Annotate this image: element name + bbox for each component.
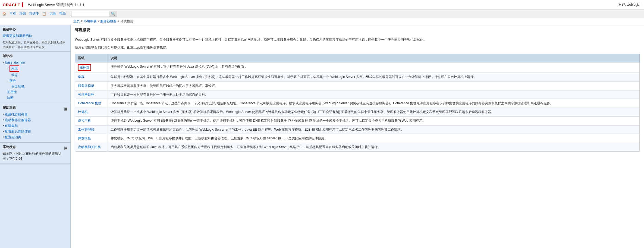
system-status-desc: 截至以下时间正在运行的服务器的健康状况：下午2:54 bbox=[3, 151, 68, 161]
help-item-5: 配置启动类 bbox=[3, 134, 68, 140]
table-row: 虚拟主机虚拟主机是 WebLogic Server 实例 (服务器) 或集群响应… bbox=[75, 117, 640, 125]
help-link-5[interactable]: 配置启动类 bbox=[5, 135, 21, 139]
oracle-wordmark: ORACLE bbox=[3, 3, 20, 7]
col-area: 区域 bbox=[75, 54, 108, 62]
area-link[interactable]: 计算机 bbox=[78, 110, 88, 114]
tree-item-base-domain[interactable]: + base_domain bbox=[3, 60, 68, 65]
table-row: 集群集群是一种部署，在其中同时运行着多个 WebLogic Server 实例 … bbox=[75, 73, 640, 81]
tree-link-dynamic[interactable]: 动态 bbox=[11, 73, 18, 77]
change-center-link[interactable]: 查看更改和重新启动 bbox=[3, 33, 68, 39]
table-cell-desc: Coherence 集群是一组 Coherence 节点，这些节点共享一个允许它… bbox=[108, 99, 640, 108]
area-link[interactable]: 并发模板 bbox=[78, 136, 91, 140]
table-cell-area: 工作管理器 bbox=[75, 125, 108, 134]
oracle-logo: ORACLE bbox=[3, 2, 25, 7]
breadcrumb-servers[interactable]: 服务器概要 bbox=[100, 19, 117, 23]
search-box: 🔍 bbox=[71, 11, 117, 17]
status-collapse-btn[interactable]: ▣ bbox=[64, 146, 68, 150]
tree-env-box[interactable]: 环境 bbox=[10, 65, 19, 72]
change-center-desc: 启用配置编辑。将来在修改、添加或删除此域中的项目时，将自动激活这些更改。 bbox=[3, 40, 68, 49]
tree-link-interop[interactable]: 互用性 bbox=[7, 90, 17, 95]
nav-favorites[interactable]: 首选项 bbox=[29, 11, 39, 16]
area-link[interactable]: 启动类和关闭类 bbox=[78, 145, 101, 149]
tree-item-services[interactable]: + 服务 bbox=[7, 78, 68, 84]
table-row: 服务器模板服务器模板是原型服务器，使管理员可以轻松为同构服务器配置共享设置。 bbox=[75, 81, 640, 90]
table-row: 服务器服务器是 WebLogic Server 的实例，它运行在自身的 Java… bbox=[75, 62, 640, 73]
tree-env-children: 动态 bbox=[7, 72, 68, 78]
help-item-2: 启动和停止服务器 bbox=[3, 117, 68, 123]
tree-item-interop[interactable]: 互用性 bbox=[7, 89, 68, 95]
content-area: 环境概要 WebLogic Server 可以在多个服务器实例上承载应用程序。每… bbox=[71, 25, 644, 248]
table-cell-desc: 工作管理器用于定义一组请求矢量和线程约束条件，以管理由 WebLogic Ser… bbox=[108, 125, 640, 134]
welcome-text: 欢迎, weblogic | bbox=[618, 2, 641, 7]
table-cell-area: 服务器模板 bbox=[75, 81, 108, 90]
table-row: 计算机计算机是承载一个或多个 WebLogic Server 实例 (服务器) … bbox=[75, 108, 640, 117]
table-cell-desc: 虚拟主机是 WebLogic Server 实例 (服务器) 或集群响应的一组主… bbox=[108, 117, 640, 125]
area-link[interactable]: 工作管理器 bbox=[78, 128, 94, 131]
top-bar: ORACLE WebLogic Server 管理控制台 14.1.1 欢迎, … bbox=[0, 0, 644, 10]
area-link[interactable]: Coherence 集群 bbox=[78, 101, 101, 105]
nav-help[interactable]: 帮助 bbox=[59, 11, 66, 16]
system-status-header: 系统状态 ▣ bbox=[3, 145, 68, 151]
help-section: 帮助主题 ▣ 创建托管服务器 启动和停止服务器 创建集群 配置默认网络连接 配置… bbox=[0, 103, 70, 143]
area-link[interactable]: 服务器 bbox=[78, 64, 91, 71]
help-link-3[interactable]: 创建集群 bbox=[5, 124, 18, 128]
help-item-4: 配置默认网络连接 bbox=[3, 129, 68, 134]
table-header-row: 区域 说明 bbox=[75, 54, 640, 62]
system-status-section: 系统状态 ▣ 截至以下时间正在运行的服务器的健康状况：下午2:54 bbox=[0, 143, 70, 164]
table-cell-desc: 启动类和关闭类是您创建的 Java 程序，可用其在系统范围内对应用程序提供定制服… bbox=[108, 143, 640, 151]
breadcrumb-env[interactable]: 环境概要 bbox=[84, 19, 97, 23]
tree-item-dynamic[interactable]: 动态 bbox=[11, 72, 68, 78]
table-cell-desc: 服务器是 WebLogic Server 的实例，它运行在自身的 Java 虚拟… bbox=[108, 62, 640, 73]
table-cell-area: 服务器 bbox=[75, 62, 108, 73]
breadcrumb-current: 环境概要 bbox=[120, 19, 133, 23]
domain-structure-title: 域结构 bbox=[3, 54, 68, 58]
table-cell-area: 虚拟主机 bbox=[75, 117, 108, 125]
search-input[interactable] bbox=[71, 11, 109, 17]
nav-records[interactable]: 记录 bbox=[49, 11, 56, 16]
tree-env-indent: + 环境 动态 + 服务 安全领域 bbox=[3, 65, 68, 101]
table-cell-area: Coherence 集群 bbox=[75, 99, 108, 108]
nav-toolbar: 🏠 主页 注销 首选项 📋 记录 帮助 🔍 bbox=[0, 10, 644, 18]
tree-link-diag[interactable]: 诊断 bbox=[7, 96, 14, 100]
main-layout: 更改中心 查看更改和重新启动 启用配置编辑。将来在修改、添加或删除此域中的项目时… bbox=[0, 25, 644, 248]
home-icon: 🏠 bbox=[2, 12, 6, 16]
help-collapse-btn[interactable]: ▣ bbox=[64, 106, 68, 111]
nav-logout[interactable]: 注销 bbox=[19, 11, 26, 16]
help-link-2[interactable]: 启动和停止服务器 bbox=[5, 118, 31, 122]
tree-item-security[interactable]: 安全领域 bbox=[11, 84, 68, 89]
area-link[interactable]: 可迁移目标 bbox=[78, 93, 94, 96]
table-cell-desc: 集群是一种部署，在其中同时运行着多个 WebLogic Server 实例 (服… bbox=[108, 73, 640, 81]
table-cell-desc: 服务器模板是原型服务器，使管理员可以轻松为同构服务器配置共享设置。 bbox=[108, 81, 640, 90]
nav-home[interactable]: 主页 bbox=[10, 11, 16, 16]
table-row: 并发模板并发模板 (CMO) 模板向 Java EE 应用程序提供并行功能，以使… bbox=[75, 134, 640, 143]
tree-toggle-services: + bbox=[7, 79, 9, 83]
table-cell-desc: 计算机是承载一个或多个 WebLogic Server 实例 (服务器) 的计算… bbox=[108, 108, 640, 117]
table-cell-area: 启动类和关闭类 bbox=[75, 143, 108, 151]
tree-toggle-env: + bbox=[7, 67, 9, 70]
tree-item-env[interactable]: + 环境 bbox=[7, 65, 68, 72]
breadcrumb-home[interactable]: 主页 bbox=[73, 19, 80, 23]
tree-item-diag[interactable]: 诊断 bbox=[7, 95, 68, 101]
tree-link-security[interactable]: 安全领域 bbox=[11, 84, 24, 89]
app-title: WebLogic Server 管理控制台 14.1.1 bbox=[28, 2, 84, 7]
area-link[interactable]: 集群 bbox=[78, 75, 84, 79]
intro-text-2: 使用管理控制台的此部分可以创建、配置以及控制服务器和集群。 bbox=[75, 45, 640, 51]
page-title: 环境概要 bbox=[75, 28, 640, 34]
search-button[interactable]: 🔍 bbox=[109, 11, 117, 17]
area-link[interactable]: 虚拟主机 bbox=[78, 119, 91, 123]
col-desc: 说明 bbox=[108, 54, 640, 62]
sidebar: 更改中心 查看更改和重新启动 启用配置编辑。将来在修改、添加或删除此域中的项目时… bbox=[0, 25, 71, 248]
area-link[interactable]: 服务器模板 bbox=[78, 84, 94, 88]
domain-tree: + base_domain + 环境 动态 + bbox=[3, 60, 68, 101]
tree-link-base-domain[interactable]: base_domain bbox=[5, 61, 25, 64]
table-row: Coherence 集群Coherence 集群是一组 Coherence 节点… bbox=[75, 99, 640, 108]
help-link-4[interactable]: 配置默认网络连接 bbox=[5, 130, 31, 133]
tree-services-children: 安全领域 bbox=[7, 84, 68, 89]
system-status-title: 系统状态 bbox=[3, 145, 16, 149]
tree-link-services[interactable]: 服务 bbox=[10, 79, 16, 83]
help-title: 帮助主题 bbox=[3, 105, 16, 110]
help-link-1[interactable]: 创建托管服务器 bbox=[5, 112, 28, 116]
change-center-section: 更改中心 查看更改和重新启动 启用配置编辑。将来在修改、添加或删除此域中的项目时… bbox=[0, 25, 70, 52]
table-row: 启动类和关闭类启动类和关闭类是您创建的 Java 程序，可用其在系统范围内对应用… bbox=[75, 143, 640, 151]
table-row: 可迁移目标可迁移目标是一次只能在集群的一个服务器上处于活动状态的目标。 bbox=[75, 90, 640, 99]
